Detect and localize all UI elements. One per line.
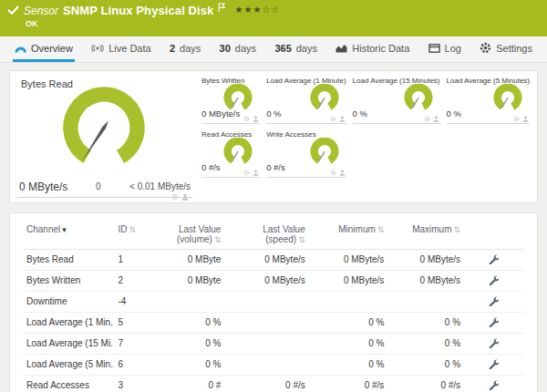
tab-365-days[interactable]: 365 days — [273, 36, 319, 62]
tab-day-count: 365 — [274, 43, 291, 54]
channel-name[interactable]: Downtime — [23, 292, 114, 313]
person-icon[interactable] — [181, 193, 189, 201]
small-gauge — [492, 84, 523, 113]
small-gauge — [309, 84, 340, 113]
maximum: 0 #/s — [387, 376, 464, 392]
person-icon[interactable] — [339, 170, 346, 176]
table-row[interactable]: Bytes Written 2 0 MByte 0 MByte/s 0 MByt… — [23, 271, 524, 292]
sensor-header: Sensor SNMP Linux Physical Disk ★★★☆☆ OK — [0, 0, 547, 36]
person-icon[interactable] — [522, 116, 529, 122]
channels-table: Channel▾ ID⇅ Last Value (volume)⇅ Last V… — [23, 219, 524, 392]
maximum: 0 MByte/s — [387, 271, 464, 292]
tab-label: Log — [445, 43, 461, 54]
maximum: 0 % — [387, 313, 464, 334]
gear-icon[interactable] — [424, 116, 430, 122]
person-icon[interactable] — [253, 170, 259, 176]
person-icon[interactable] — [433, 116, 439, 122]
channel-id: 2 — [114, 271, 150, 292]
last-value-volume — [150, 292, 224, 313]
wrench-icon[interactable] — [488, 274, 499, 285]
channel-id: 3 — [114, 376, 150, 392]
gauge-write-accesses[interactable]: Write Accesses 0 #/s — [266, 130, 346, 178]
gauges-panel: Bytes Read 0 MByte/s 0 < 0.01 MByte/s — [9, 70, 538, 203]
gear-icon[interactable] — [330, 170, 336, 176]
wrench-icon[interactable] — [488, 295, 499, 306]
gear-icon[interactable] — [243, 116, 250, 122]
priority-flag-icon[interactable] — [218, 3, 226, 13]
gauge-read-accesses[interactable]: Read Accesses 0 #/s — [201, 130, 260, 178]
wrench-icon[interactable] — [488, 379, 499, 390]
channel-id: -4 — [114, 292, 150, 313]
gauge-current-value: 0 % — [447, 108, 461, 119]
wrench-icon[interactable] — [488, 253, 499, 264]
gear-icon — [480, 42, 491, 54]
last-value-volume: 0 % — [150, 355, 224, 376]
gauge-load-average-1-minute[interactable]: Load Average (1 Minute) 0 % — [266, 77, 346, 124]
gear-icon[interactable] — [513, 116, 520, 122]
table-row[interactable]: Downtime -4 — [23, 292, 524, 313]
gauge-current-value: 0 % — [353, 108, 367, 119]
person-icon[interactable] — [339, 116, 346, 122]
table-row[interactable]: Bytes Read 1 0 MByte 0 MByte/s 0 MByte/s… — [23, 250, 524, 271]
channel-name[interactable]: Load Average (5 Min... — [23, 355, 114, 376]
gauge-icon — [15, 43, 26, 54]
col-header-last-value-speed[interactable]: Last Value (speed)⇅ — [224, 219, 308, 250]
gauge-load-average-5-minutes[interactable]: Load Average (5 Minutes) 0 % — [447, 77, 530, 124]
channel-name[interactable]: Load Average (1 Min... — [23, 313, 114, 334]
channel-name[interactable]: Bytes Written — [23, 271, 114, 292]
col-header-last-value-volume[interactable]: Last Value (volume)⇅ — [150, 219, 224, 250]
tab-30-days[interactable]: 30 days — [218, 36, 259, 62]
col-header-maximum[interactable]: Maximum⇅ — [387, 219, 464, 250]
channel-id: 1 — [114, 250, 150, 271]
last-value-speed: 0 #/s — [224, 376, 308, 392]
col-header-id[interactable]: ID⇅ — [114, 219, 150, 250]
tab-2-days[interactable]: 2 days — [168, 36, 202, 62]
small-gauge — [222, 138, 253, 167]
maximum — [387, 292, 464, 313]
tab-live-data[interactable]: Live Data — [89, 36, 152, 62]
favorite-stars[interactable]: ★★★☆☆ — [234, 5, 280, 15]
person-icon[interactable] — [253, 116, 259, 122]
overview-content: Bytes Read 0 MByte/s 0 < 0.01 MByte/s — [0, 63, 547, 392]
wrench-icon[interactable] — [488, 337, 499, 348]
last-value-volume: 0 MByte — [150, 271, 224, 292]
table-row[interactable]: Read Accesses 3 0 # 0 #/s 0 #/s 0 #/s — [23, 376, 524, 392]
small-gauges-grid: Bytes Written 0 MByte/s Load Average (1 … — [201, 77, 530, 197]
table-row[interactable]: Load Average (15 Mi... 7 0 % 0 % 0 % — [23, 334, 524, 355]
gear-icon[interactable] — [171, 193, 179, 201]
small-gauge — [403, 84, 434, 113]
last-value-speed — [224, 334, 308, 355]
tab-day-count: 30 — [220, 43, 231, 54]
gear-icon[interactable] — [243, 170, 250, 176]
gauge-current-value: 0 % — [266, 108, 281, 119]
gauge-needle — [82, 120, 108, 160]
last-value-speed — [224, 292, 308, 313]
last-value-speed — [224, 313, 308, 334]
gauge-bytes-read[interactable]: Bytes Read 0 MByte/s 0 < 0.01 MByte/s — [17, 77, 192, 198]
tab-historic-data[interactable]: Historic Data — [334, 36, 411, 62]
col-header-channel[interactable]: Channel▾ — [23, 219, 114, 250]
channel-name[interactable]: Bytes Read — [23, 250, 114, 271]
channel-id: 6 — [114, 355, 150, 376]
table-row[interactable]: Load Average (1 Min... 5 0 % 0 % 0 % — [23, 313, 524, 334]
gear-icon[interactable] — [330, 116, 336, 122]
tab-overview[interactable]: Overview — [13, 36, 75, 62]
gauge-bytes-written[interactable]: Bytes Written 0 MByte/s — [201, 77, 260, 124]
tab-log[interactable]: Log — [427, 36, 463, 62]
tab-label: Settings — [496, 43, 532, 54]
gauge-load-average-15-minutes[interactable]: Load Average (15 Minutes) 0 % — [353, 77, 440, 124]
tab-bar: Overview Live Data 2 days 30 days 365 da… — [0, 36, 547, 63]
gauge-current-value: 0 #/s — [266, 162, 285, 172]
last-value-speed — [224, 355, 308, 376]
wrench-icon[interactable] — [488, 316, 499, 327]
col-header-minimum[interactable]: Minimum⇅ — [309, 219, 388, 250]
tab-settings[interactable]: Settings — [478, 36, 534, 62]
sort-icon: ⇅ — [298, 235, 305, 244]
minimum: 0 % — [309, 334, 388, 355]
channels-table-panel: Channel▾ ID⇅ Last Value (volume)⇅ Last V… — [9, 212, 538, 392]
channel-name[interactable]: Load Average (15 Mi... — [23, 334, 114, 355]
wrench-icon[interactable] — [488, 358, 499, 369]
table-row[interactable]: Load Average (5 Min... 6 0 % 0 % 0 % — [23, 355, 524, 376]
channel-name[interactable]: Read Accesses — [23, 376, 114, 392]
last-value-speed: 0 MByte/s — [224, 250, 308, 271]
